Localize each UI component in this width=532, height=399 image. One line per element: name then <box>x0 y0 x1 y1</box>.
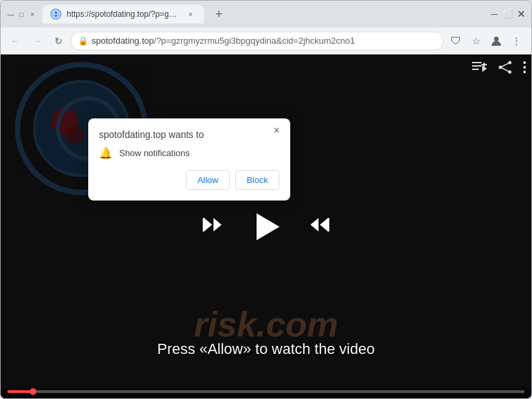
permission-popup: × spotofdating.top wants to 🔔 Show notif… <box>88 118 290 201</box>
close-btn-top[interactable]: ✕ <box>517 9 526 19</box>
reload-button[interactable]: ↻ <box>49 32 68 50</box>
svg-rect-12 <box>472 69 479 70</box>
lock-icon: 🔒 <box>78 36 88 46</box>
allow-button[interactable]: Allow <box>186 170 230 190</box>
forward-button[interactable]: → <box>28 32 46 50</box>
address-domain: spotofdating.top <box>92 36 154 46</box>
skip-back-button[interactable] <box>203 215 223 239</box>
minimize-btn-top[interactable]: ─ <box>490 9 499 19</box>
svg-rect-15 <box>481 64 487 65</box>
tab-favicon <box>51 9 61 20</box>
address-bar[interactable]: 🔒 spotofdating.top/?p=gzrgmyzrmu5gi3bpgq… <box>71 32 444 50</box>
toolbar-actions: 🛡 ☆ ⋮ <box>446 32 526 50</box>
play-button[interactable] <box>250 211 282 243</box>
permission-text: Show notifications <box>119 148 190 158</box>
svg-marker-26 <box>213 218 222 231</box>
browser-tab[interactable]: https://spotofdating.top/?p=gzr... × <box>42 5 204 24</box>
play-icon <box>257 213 279 240</box>
bookmark-button[interactable]: ☆ <box>467 32 486 50</box>
watermark-text: risk.com <box>1 304 531 344</box>
svg-rect-25 <box>203 218 205 231</box>
svg-rect-10 <box>472 62 481 63</box>
svg-marker-27 <box>320 218 328 231</box>
svg-point-3 <box>494 36 499 41</box>
title-bar: — □ × https://spotofdating.top/?p=gzr...… <box>1 1 531 28</box>
maximize-button[interactable]: □ <box>17 9 26 19</box>
video-top-actions <box>472 60 526 78</box>
svg-rect-11 <box>472 65 481 67</box>
browser-window: — □ × https://spotofdating.top/?p=gzr...… <box>0 0 532 399</box>
more-options-button[interactable] <box>523 61 526 77</box>
svg-point-23 <box>523 71 526 73</box>
content-area: risk.com <box>1 55 531 398</box>
progress-thumb <box>30 388 36 395</box>
block-button[interactable]: Block <box>235 170 279 190</box>
video-overlay-text: Press «Allow» to watch the video <box>1 340 531 358</box>
menu-button[interactable]: ⋮ <box>507 32 526 50</box>
new-tab-button[interactable]: + <box>209 5 228 24</box>
svg-marker-29 <box>310 218 319 231</box>
profile-button[interactable] <box>487 32 506 50</box>
svg-point-22 <box>523 66 526 69</box>
window-controls: — □ × <box>6 9 37 19</box>
player-controls <box>1 385 531 398</box>
svg-line-20 <box>500 67 510 72</box>
popup-permission-row: 🔔 Show notifications <box>99 147 279 159</box>
skip-forward-button[interactable] <box>309 215 329 239</box>
close-window-button[interactable]: × <box>28 9 37 19</box>
shield-icon: 🛡 <box>446 32 465 50</box>
svg-marker-24 <box>204 218 212 231</box>
share-button[interactable] <box>498 60 512 78</box>
video-container: risk.com <box>1 55 531 398</box>
bell-icon: 🔔 <box>99 147 112 159</box>
restore-btn-top[interactable]: ⬜ <box>503 9 512 19</box>
address-text: spotofdating.top/?p=gzrgmyzrmu5gi3bpgqyd… <box>92 36 436 46</box>
tab-title: https://spotofdating.top/?p=gzr... <box>67 9 180 19</box>
popup-actions: Allow Block <box>99 170 279 190</box>
toolbar: ← → ↻ 🔒 spotofdating.top/?p=gzrgmyzrmu5g… <box>1 28 531 55</box>
popup-close-button[interactable]: × <box>270 124 284 137</box>
progress-bar[interactable] <box>7 390 525 393</box>
add-to-playlist-button[interactable] <box>472 60 487 78</box>
svg-line-19 <box>500 63 510 67</box>
minimize-button[interactable]: — <box>6 9 15 19</box>
progress-fill <box>7 390 33 393</box>
svg-point-7 <box>65 126 84 145</box>
tab-close-button[interactable]: × <box>185 9 196 20</box>
address-path: /?p=gzrgmyzrmu5gi3bpgqydina&cid=2jhckum2… <box>154 36 355 46</box>
popup-title: spotofdating.top wants to <box>99 129 279 140</box>
back-button[interactable]: ← <box>6 32 25 50</box>
center-controls <box>203 211 329 243</box>
svg-point-21 <box>523 61 526 64</box>
svg-rect-28 <box>327 218 329 231</box>
